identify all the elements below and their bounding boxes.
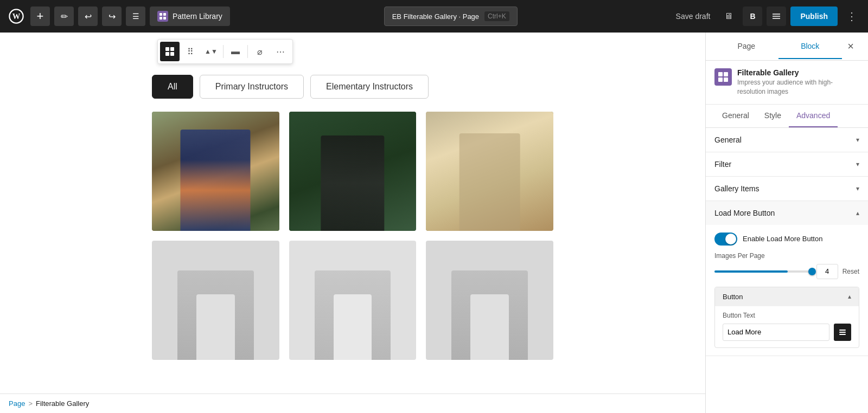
general-accordion-header[interactable]: General ▾ — [706, 128, 868, 152]
grid-view-tool[interactable] — [160, 42, 180, 61]
save-draft-button[interactable]: Save draft — [672, 12, 715, 21]
images-per-page-value[interactable]: 4 — [816, 264, 838, 279]
gallery-item-1[interactable] — [152, 112, 279, 231]
load-more-body: Enable Load More Button Images Per Page … — [706, 225, 868, 356]
publish-button[interactable]: Publish — [790, 7, 838, 26]
svg-rect-5 — [163, 17, 166, 20]
sub-tabs: General Style Advanced — [706, 105, 868, 128]
load-more-section-title: Load More Button — [714, 209, 775, 217]
load-more-chevron-icon: ▴ — [856, 209, 859, 217]
button-stack-icon[interactable] — [834, 324, 851, 341]
content-area: ⠿ ▲▼ ▬ ⌀ ⋯ All Primary Instructors Eleme… — [0, 33, 705, 413]
filter-chevron-icon: ▾ — [856, 160, 859, 168]
image-grid — [152, 112, 553, 360]
images-per-page-label: Images Per Page — [714, 252, 859, 260]
toolbar-divider — [223, 45, 224, 58]
filter-accordion-header[interactable]: Filter ▾ — [706, 152, 868, 176]
general-section: General ▾ — [706, 128, 868, 152]
slider-thumb — [808, 268, 816, 275]
gallery-item-2[interactable] — [289, 112, 417, 231]
svg-rect-9 — [165, 47, 169, 51]
reset-button[interactable]: Reset — [843, 268, 859, 275]
svg-text:W: W — [12, 12, 21, 21]
svg-rect-4 — [159, 17, 162, 20]
toggle-knob — [725, 234, 736, 244]
monitor-button[interactable]: 🖥 — [719, 7, 738, 26]
filter-section: Filter ▾ — [706, 152, 868, 177]
general-chevron-icon: ▾ — [856, 136, 859, 144]
keyboard-shortcut: Ctrl+K — [484, 11, 509, 21]
button-text-label: Button Text — [723, 312, 851, 319]
breadcrumb-separator: > — [28, 399, 33, 408]
svg-rect-3 — [163, 13, 166, 16]
more-tool[interactable]: ⋯ — [271, 42, 290, 61]
plugin-icon — [714, 68, 732, 86]
align-tool[interactable]: ▬ — [226, 42, 245, 61]
undo-button[interactable]: ↩ — [78, 7, 98, 26]
button-subsection: Button ▴ Button Text — [714, 287, 859, 348]
filter-section-title: Filter — [714, 160, 731, 169]
images-per-page-slider[interactable] — [714, 270, 812, 273]
filter-primary-button[interactable]: Primary Instructors — [200, 75, 304, 99]
breadcrumb-page[interactable]: Page — [9, 399, 25, 408]
style-subtab[interactable]: Style — [757, 105, 789, 127]
plugin-info: Filterable Gallery Impress your audience… — [706, 61, 868, 105]
svg-rect-18 — [839, 332, 846, 333]
button-subsection-header[interactable]: Button ▴ — [715, 287, 859, 306]
breadcrumb-current: Filterable Gallery — [36, 399, 89, 408]
gallery-item-4[interactable] — [152, 241, 279, 360]
load-more-accordion-header[interactable]: Load More Button ▴ — [706, 201, 868, 225]
enable-load-more-toggle[interactable] — [714, 233, 737, 246]
wp-logo: W — [7, 7, 26, 26]
move-tool[interactable]: ▲▼ — [201, 42, 221, 61]
edit-tool[interactable]: ⌀ — [250, 42, 270, 61]
svg-rect-11 — [165, 52, 169, 56]
gallery-items-accordion-header[interactable]: Gallery Items ▾ — [706, 177, 868, 201]
pen-button[interactable]: ✏ — [54, 7, 74, 26]
gallery-items-chevron-icon: ▾ — [856, 185, 859, 192]
gallery-section: All Primary Instructors Elementary Instr… — [0, 64, 705, 371]
gallery-item-3[interactable] — [426, 112, 553, 231]
load-more-section: Load More Button ▴ Enable Load More Butt… — [706, 201, 868, 356]
add-button[interactable]: + — [30, 7, 50, 26]
page-info[interactable]: EB Filterable Gallery · Page Ctrl+K — [384, 7, 518, 26]
svg-rect-13 — [718, 72, 723, 76]
svg-rect-19 — [839, 334, 846, 335]
slider-fill — [714, 270, 788, 273]
svg-rect-10 — [170, 47, 174, 51]
plugin-text: Filterable Gallery Impress your audience… — [737, 68, 859, 96]
settings-button[interactable] — [767, 7, 786, 26]
filter-all-button[interactable]: All — [152, 75, 193, 99]
block-switcher-button[interactable]: B — [743, 7, 762, 26]
general-section-title: General — [714, 135, 742, 144]
enable-load-more-row: Enable Load More Button — [714, 233, 859, 246]
center-area: EB Filterable Gallery · Page Ctrl+K — [234, 7, 667, 26]
button-text-row — [715, 324, 859, 347]
more-options-button[interactable]: ⋮ — [842, 7, 861, 26]
plugin-description: Impress your audience with high-resoluti… — [737, 78, 859, 96]
close-panel-button[interactable]: × — [842, 38, 859, 55]
gallery-item-5[interactable] — [289, 241, 417, 360]
filter-elementary-button[interactable]: Elementary Instructors — [310, 75, 429, 99]
svg-rect-17 — [839, 330, 846, 331]
button-subsection-title: Button — [723, 293, 743, 301]
redo-button[interactable]: ↪ — [102, 7, 122, 26]
button-text-input[interactable] — [723, 324, 829, 341]
general-subtab[interactable]: General — [714, 105, 757, 127]
enable-load-more-label: Enable Load More Button — [743, 235, 822, 243]
advanced-subtab[interactable]: Advanced — [789, 105, 838, 127]
list-view-button[interactable]: ☰ — [126, 7, 145, 26]
svg-rect-16 — [724, 78, 728, 82]
gallery-item-6[interactable] — [426, 241, 553, 360]
drag-tool[interactable]: ⠿ — [181, 42, 200, 61]
pattern-library-button[interactable]: Pattern Library — [150, 7, 230, 26]
breadcrumb-bar: Page > Filterable Gallery — [0, 393, 705, 413]
svg-rect-6 — [773, 14, 780, 15]
svg-rect-15 — [718, 78, 723, 82]
page-tab[interactable]: Page — [714, 34, 778, 59]
pattern-lib-icon — [157, 11, 168, 22]
block-tab[interactable]: Block — [778, 34, 843, 59]
top-bar: W + ✏ ↩ ↪ ☰ Pattern Library EB Filterabl… — [0, 0, 868, 33]
button-subsection-body: Button Text — [715, 312, 859, 347]
page-name: EB Filterable Gallery · Page — [392, 12, 479, 21]
